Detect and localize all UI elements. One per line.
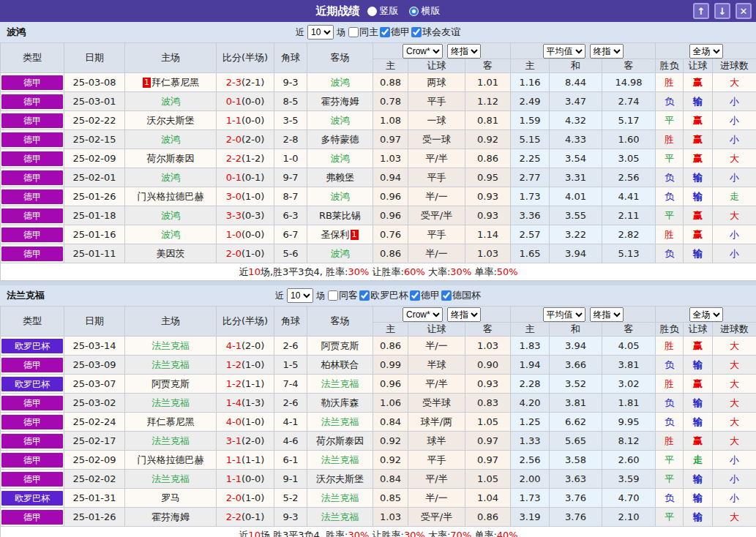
odds-home: 0.86 <box>373 337 408 356</box>
checkbox-球会友谊[interactable] <box>411 27 422 37</box>
avg-home: 2.57 <box>511 225 550 244</box>
result-wdl: 胜 <box>656 73 684 92</box>
bookmaker-select[interactable]: Crow* <box>403 307 443 322</box>
final-odds-select-2[interactable]: 终指 <box>590 44 624 59</box>
checkbox-欧罗巴杯[interactable] <box>359 290 370 301</box>
league-badge: 德甲 <box>1 92 64 111</box>
radio-horizontal-icon[interactable] <box>409 7 419 16</box>
col-header-corner: 角球 <box>274 307 307 337</box>
corner-score: 5-6 <box>274 244 307 263</box>
corner-score: 9-3 <box>274 73 307 92</box>
match-score: 2-0(1-0) <box>217 244 274 263</box>
corner-score: 5-2 <box>274 489 307 508</box>
league-badge: 德甲 <box>1 508 64 527</box>
home-team: 门兴格拉德巴赫 <box>125 187 217 206</box>
checkbox-德甲[interactable] <box>410 290 420 301</box>
corner-score: 1-0 <box>274 149 307 168</box>
average-select[interactable]: 平均值 <box>543 44 585 59</box>
odds-handicap: 球半 <box>408 432 465 451</box>
radio-horizontal[interactable]: 横版 <box>409 4 441 18</box>
move-up-button[interactable]: ↑ <box>693 3 709 19</box>
result-goals: 大 <box>713 356 756 375</box>
result-goals: 小 <box>713 111 756 130</box>
odds-away: 0.90 <box>465 356 511 375</box>
filter-checkbox-同客[interactable]: 同客 <box>328 289 358 302</box>
radio-vertical-icon[interactable] <box>367 7 377 16</box>
league-badge: 德甲 <box>1 394 64 413</box>
match-score: 4-1(2-0) <box>217 337 274 356</box>
final-odds-select[interactable]: 终指 <box>447 307 481 322</box>
avg-away: 8.12 <box>602 432 656 451</box>
table-row: 德甲25-02-09门兴格拉德巴赫1-1(1-1)6-1法兰克福0.92平手0.… <box>1 451 756 470</box>
avg-home: 1.59 <box>511 111 550 130</box>
avg-away: 2.82 <box>602 225 656 244</box>
checkbox-同客[interactable] <box>328 290 338 301</box>
col-header-result-wdl: 胜负 <box>656 323 684 337</box>
fulltime-select[interactable]: 全场 <box>689 44 723 59</box>
fulltime-select[interactable]: 全场 <box>689 307 723 322</box>
odds-handicap: 平/半 <box>408 375 465 394</box>
table-row: 德甲25-03-02法兰克福1-4(1-3)2-6勒沃库森1.06受半球0.83… <box>1 394 756 413</box>
corner-score: 6-1 <box>274 451 307 470</box>
games-count-select[interactable]: 10 <box>287 288 313 303</box>
home-team: 波鸿 <box>125 92 217 111</box>
odds-handicap: 半/一 <box>408 244 465 263</box>
checkbox-德甲[interactable] <box>380 27 390 37</box>
away-team: 波鸿 <box>307 244 373 263</box>
bookmaker-select[interactable]: Crow* <box>403 44 443 59</box>
odds-away: 1.03 <box>465 244 511 263</box>
team-name: 法兰克福 <box>7 289 45 302</box>
filter-checkbox-德甲[interactable]: 德甲 <box>380 26 410 39</box>
corner-score: 7-4 <box>274 375 307 394</box>
team-section: 波鸿 近 10 场 同主德甲球会友谊 类型 日期 主场 比分(半场) 角球 客场 <box>0 22 756 281</box>
match-date: 25-03-02 <box>64 394 125 413</box>
radio-vertical[interactable]: 竖版 <box>367 4 399 18</box>
window-title: 近期战绩 <box>316 4 360 18</box>
final-odds-select[interactable]: 终指 <box>447 44 481 59</box>
checkbox-同主[interactable] <box>348 27 359 37</box>
match-score: 0-1(0-1) <box>217 168 274 187</box>
checkbox-德国杯[interactable] <box>441 290 452 301</box>
odds-handicap: 平/半 <box>408 149 465 168</box>
move-down-button[interactable]: ↓ <box>714 3 730 19</box>
match-score: 1-2(1-0) <box>217 356 274 375</box>
col-header-odds-handicap: 让球 <box>408 323 465 337</box>
average-select[interactable]: 平均值 <box>543 307 585 322</box>
odds-home: 0.96 <box>373 206 408 225</box>
odds-handicap: 平手 <box>408 168 465 187</box>
league-badge: 德甲 <box>1 206 64 225</box>
filter-checkbox-德甲[interactable]: 德甲 <box>410 289 440 302</box>
result-handicap: 赢 <box>684 375 713 394</box>
avg-away: 3.81 <box>602 356 656 375</box>
col-header-odds-home: 主 <box>373 59 408 73</box>
result-wdl: 负 <box>656 489 684 508</box>
col-header-result-goals: 进球数 <box>713 323 756 337</box>
odds-away: 0.97 <box>465 432 511 451</box>
result-goals: 大 <box>713 394 756 413</box>
home-team: 法兰克福 <box>125 356 217 375</box>
odds-handicap: 平/半 <box>408 470 465 489</box>
filter-checkbox-球会友谊[interactable]: 球会友谊 <box>411 26 460 39</box>
games-count-select[interactable]: 10 <box>307 25 334 40</box>
col-header-odds-away: 客 <box>465 323 511 337</box>
match-date: 25-01-11 <box>64 244 125 263</box>
filter-checkbox-同主[interactable]: 同主 <box>348 26 378 39</box>
home-team: 霍芬海姆 <box>125 508 217 527</box>
corner-score: 6-3 <box>274 206 307 225</box>
match-date: 25-02-24 <box>64 413 125 432</box>
close-button[interactable]: ✕ <box>736 3 752 19</box>
corner-score: 9-3 <box>274 508 307 527</box>
result-goals: 走 <box>713 187 756 206</box>
result-handicap: 输 <box>684 92 713 111</box>
result-goals: 大 <box>713 432 756 451</box>
result-wdl: 负 <box>656 413 684 432</box>
home-team: 阿贾克斯 <box>125 375 217 394</box>
filter-checkbox-德国杯[interactable]: 德国杯 <box>441 289 481 302</box>
avg-draw: 3.94 <box>550 244 602 263</box>
result-handicap: 输 <box>684 470 713 489</box>
league-badge: 欧罗巴杯 <box>1 337 64 356</box>
final-odds-select-2[interactable]: 终指 <box>590 307 624 322</box>
avg-away: 3.05 <box>602 149 656 168</box>
avg-home: 1.65 <box>511 244 550 263</box>
filter-checkbox-欧罗巴杯[interactable]: 欧罗巴杯 <box>359 289 408 302</box>
